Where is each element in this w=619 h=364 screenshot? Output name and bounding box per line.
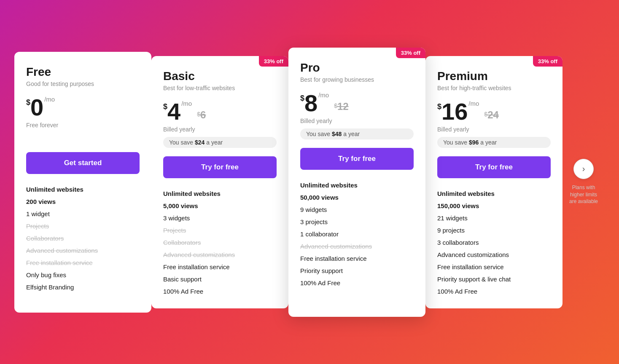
billing-pro: Billed yearly xyxy=(300,118,414,124)
feature-item-free-0: Unlimited websites xyxy=(26,186,140,193)
discount-badge-basic: 33% off xyxy=(259,56,288,67)
feature-item-pro-8: 100% Ad Free xyxy=(300,279,414,286)
feature-item-basic-2: 3 widgets xyxy=(163,214,277,222)
price-original-amount-basic: 6 xyxy=(200,109,206,121)
feature-item-premium-4: 3 collaborators xyxy=(437,239,551,246)
feature-item-pro-7: Priority support xyxy=(300,267,414,274)
feature-item-basic-0: Unlimited websites xyxy=(163,190,277,197)
feature-item-free-2: 1 widget xyxy=(26,210,140,217)
price-dollar-free: $ xyxy=(26,98,30,107)
price-original-dollar-premium: $ xyxy=(484,111,487,118)
feature-item-basic-5: Advanced customizations xyxy=(163,251,277,258)
plan-name-premium: Premium xyxy=(437,70,551,83)
features-list-pro: Unlimited websites50,000 views9 widgets3… xyxy=(300,182,414,303)
price-original-dollar-pro: $ xyxy=(334,102,337,109)
plan-desc-basic: Best for low-traffic websites xyxy=(163,85,277,91)
features-list-free: Unlimited websites200 views1 widgetProje… xyxy=(26,186,140,299)
price-main-basic: $4/mo xyxy=(163,100,192,123)
price-row-pro: $8/mo$12 xyxy=(300,91,414,115)
price-period-premium: /mo xyxy=(468,100,479,107)
price-dollar-pro: $ xyxy=(300,94,304,103)
feature-item-basic-3: Projects xyxy=(163,227,277,234)
feature-item-free-1: 200 views xyxy=(26,198,140,205)
feature-item-free-8: Elfsight Branding xyxy=(26,284,140,291)
price-original-basic: $6 xyxy=(197,109,206,121)
price-original-premium: $24 xyxy=(484,109,499,121)
price-original-dollar-basic: $ xyxy=(197,111,200,118)
feature-item-premium-3: 9 projects xyxy=(437,227,551,234)
price-period-pro: /mo xyxy=(318,91,329,99)
plan-card-premium: 33% offPremiumBest for high-traffic webs… xyxy=(425,56,562,308)
feature-item-premium-7: Priority support & live chat xyxy=(437,276,551,283)
feature-item-free-5: Advanced customizations xyxy=(26,247,140,254)
price-row-free: $0/mo xyxy=(26,96,140,119)
plan-card-pro: 33% offProBest for growing businesses$8/… xyxy=(288,48,425,317)
free-forever-free: Free forever xyxy=(26,122,140,128)
price-amount-basic: 4 xyxy=(167,100,180,123)
pricing-container: FreeGood for testing purposes$0/moFree f… xyxy=(14,52,605,313)
price-original-amount-premium: 24 xyxy=(487,109,499,121)
savings-badge-basic: You save $24 a year xyxy=(163,137,277,148)
feature-item-premium-2: 21 widgets xyxy=(437,214,551,222)
price-dollar-basic: $ xyxy=(163,102,167,111)
feature-item-pro-1: 50,000 views xyxy=(300,194,414,201)
more-plans-hint: › Plans with higher limits are available xyxy=(562,52,605,313)
feature-item-premium-1: 150,000 views xyxy=(437,202,551,209)
price-dollar-premium: $ xyxy=(437,102,441,111)
feature-item-pro-2: 9 widgets xyxy=(300,206,414,213)
plan-name-basic: Basic xyxy=(163,70,277,83)
plan-desc-pro: Best for growing businesses xyxy=(300,76,414,83)
price-period-basic: /mo xyxy=(181,100,192,107)
feature-item-basic-7: Basic support xyxy=(163,276,277,283)
feature-item-basic-4: Collaborators xyxy=(163,239,277,246)
feature-item-basic-8: 100% Ad Free xyxy=(163,288,277,295)
price-period-free: /mo xyxy=(44,96,55,103)
plan-card-free: FreeGood for testing purposes$0/moFree f… xyxy=(14,52,151,313)
plan-desc-premium: Best for high-traffic websites xyxy=(437,85,551,91)
feature-item-premium-6: Free installation service xyxy=(437,263,551,270)
savings-badge-pro: You save $48 a year xyxy=(300,128,414,139)
cta-button-free[interactable]: Get started xyxy=(26,152,140,174)
price-row-basic: $4/mo$6 xyxy=(163,100,277,123)
price-amount-pro: 8 xyxy=(304,91,318,115)
feature-item-basic-6: Free installation service xyxy=(163,263,277,270)
feature-item-free-7: Only bug fixes xyxy=(26,271,140,278)
feature-item-premium-0: Unlimited websites xyxy=(437,190,551,197)
cta-button-pro[interactable]: Try for free xyxy=(300,148,414,170)
price-amount-premium: 16 xyxy=(441,100,468,123)
plan-name-pro: Pro xyxy=(300,61,414,75)
price-original-amount-pro: 12 xyxy=(337,101,349,112)
feature-item-free-6: Free installation service xyxy=(26,259,140,266)
feature-item-free-4: Collaborators xyxy=(26,235,140,242)
feature-item-pro-5: Advanced customizations xyxy=(300,243,414,250)
spacer-free xyxy=(26,133,140,152)
cta-button-basic[interactable]: Try for free xyxy=(163,156,277,178)
price-amount-free: 0 xyxy=(30,96,43,119)
plan-name-free: Free xyxy=(26,65,140,79)
feature-item-pro-4: 1 collaborator xyxy=(300,230,414,238)
price-main-free: $0/mo xyxy=(26,96,55,119)
price-original-pro: $12 xyxy=(334,101,349,112)
next-plans-button[interactable]: › xyxy=(573,159,594,179)
discount-badge-pro: 33% off xyxy=(396,48,425,58)
plan-card-basic: 33% offBasicBest for low-traffic website… xyxy=(151,56,288,308)
feature-item-free-3: Projects xyxy=(26,222,140,230)
feature-item-premium-5: Advanced customizations xyxy=(437,251,551,258)
savings-badge-premium: You save $96 a year xyxy=(437,137,551,148)
price-main-pro: $8/mo xyxy=(300,91,329,115)
plan-desc-free: Good for testing purposes xyxy=(26,80,140,87)
feature-item-pro-6: Free installation service xyxy=(300,255,414,262)
features-list-premium: Unlimited websites150,000 views21 widget… xyxy=(437,190,551,295)
price-main-premium: $16/mo xyxy=(437,100,479,123)
feature-item-pro-0: Unlimited websites xyxy=(300,182,414,189)
feature-item-pro-3: 3 projects xyxy=(300,218,414,225)
cta-button-premium[interactable]: Try for free xyxy=(437,156,551,178)
feature-item-basic-1: 5,000 views xyxy=(163,202,277,209)
features-list-basic: Unlimited websites5,000 views3 widgetsPr… xyxy=(163,190,277,295)
price-row-premium: $16/mo$24 xyxy=(437,100,551,123)
billing-basic: Billed yearly xyxy=(163,126,277,133)
feature-item-premium-8: 100% Ad Free xyxy=(437,288,551,295)
more-plans-text: Plans with higher limits are available xyxy=(567,184,600,205)
discount-badge-premium: 33% off xyxy=(533,56,562,67)
billing-premium: Billed yearly xyxy=(437,126,551,133)
